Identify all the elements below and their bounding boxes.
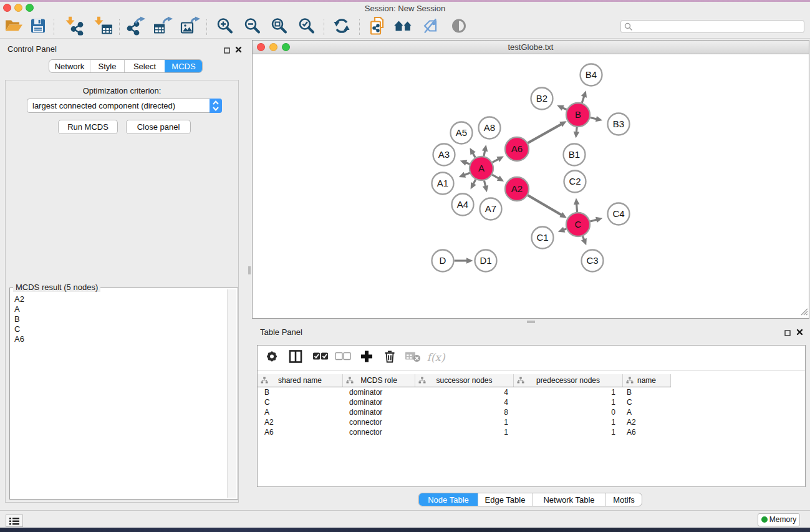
- node-label-A5: A5: [456, 127, 467, 138]
- cell: 1: [514, 417, 623, 427]
- table-rows[interactable]: Bdominator41BCdominator41CAdominator80AA…: [258, 387, 805, 437]
- result-item[interactable]: C: [14, 324, 226, 334]
- open-session-icon[interactable]: [4, 19, 23, 36]
- criterion-dropdown[interactable]: largest connected component (directed): [27, 99, 222, 113]
- node-label-C2: C2: [569, 176, 581, 186]
- optimization-criterion-label: Optimization criterion:: [6, 86, 238, 95]
- table-header-row[interactable]: shared nameMCDS rolesuccessor nodesprede…: [258, 374, 671, 387]
- zoom-fit-icon[interactable]: [271, 17, 288, 36]
- tab-style[interactable]: Style: [90, 60, 124, 72]
- run-mcds-button[interactable]: Run MCDS: [58, 120, 118, 134]
- network-graph[interactable]: B4B2BB3A8A5A6A3B1AC2A1A2A4A7C4CC1C3DD1: [253, 54, 809, 318]
- table-row-A6[interactable]: A6connector11A6: [258, 427, 805, 437]
- table-row-C[interactable]: Cdominator41C: [258, 397, 805, 407]
- network-window-title: testGlobe.txt: [253, 41, 809, 54]
- task-history-button[interactable]: [6, 515, 23, 527]
- show-columns-icon[interactable]: [289, 350, 302, 365]
- edge-arrow: [558, 227, 566, 233]
- cell: C: [258, 397, 343, 407]
- node-label-C: C: [575, 219, 582, 230]
- import-network-icon[interactable]: [65, 17, 84, 37]
- edge-arrow: [595, 217, 602, 223]
- deselect-all-columns-icon[interactable]: [335, 352, 351, 363]
- toggle-view-icon[interactable]: [451, 18, 467, 36]
- table-float-panel-icon[interactable]: [784, 329, 791, 338]
- table-row-A2[interactable]: A2connector11A2: [258, 417, 805, 427]
- memory-status-icon: [761, 516, 768, 523]
- network-close-button[interactable]: [257, 43, 265, 51]
- edge-A6-B[interactable]: [528, 123, 562, 143]
- result-item[interactable]: B: [14, 314, 226, 324]
- node-label-C4: C4: [612, 208, 624, 219]
- select-all-columns-icon[interactable]: [312, 352, 329, 363]
- cell: A6: [258, 427, 343, 437]
- result-item[interactable]: A6: [14, 334, 226, 344]
- delete-table-icon[interactable]: [405, 351, 421, 365]
- toolbar-separator: [54, 19, 54, 35]
- cell: connector: [343, 417, 415, 427]
- column-header-name[interactable]: name: [623, 374, 671, 387]
- network-minimize-button[interactable]: [269, 43, 277, 51]
- criterion-value: largest connected component (directed): [32, 101, 175, 110]
- tab-network-table[interactable]: Network Table: [532, 493, 605, 506]
- tab-motifs[interactable]: Motifs: [605, 493, 642, 506]
- node-label-B1: B1: [569, 149, 580, 160]
- tab-edge-table[interactable]: Edge Table: [478, 493, 532, 506]
- column-header-shared-name[interactable]: shared name: [258, 374, 343, 387]
- export-network-icon[interactable]: [125, 17, 145, 37]
- vertical-divider-handle[interactable]: [248, 266, 251, 274]
- edge-arrow: [581, 90, 587, 97]
- hide-labels-icon[interactable]: [422, 18, 438, 36]
- control-panel-tabs: NetworkStyleSelectMCDS: [49, 59, 203, 73]
- horizontal-divider-handle[interactable]: [527, 321, 535, 323]
- refresh-icon[interactable]: [334, 18, 350, 36]
- result-item[interactable]: A: [14, 304, 226, 314]
- close-panel-button[interactable]: Close panel: [126, 120, 191, 134]
- tab-network[interactable]: Network: [49, 60, 90, 72]
- column-header-predecessor-nodes[interactable]: predecessor nodes: [514, 374, 623, 387]
- result-scrollbar[interactable]: [227, 289, 236, 498]
- node-label-A1: A1: [437, 178, 448, 188]
- table-row-A[interactable]: Adominator80A: [258, 407, 805, 417]
- cell: A2: [623, 417, 671, 427]
- tab-node-table[interactable]: Node Table: [419, 493, 478, 506]
- table-row-B[interactable]: Bdominator41B: [258, 387, 805, 397]
- node-table: f(x) shared nameMCDS rolesuccessor nodes…: [257, 345, 806, 487]
- zoom-out-icon[interactable]: [244, 17, 261, 36]
- cell: 8: [415, 407, 514, 417]
- table-settings-gear-icon[interactable]: [264, 349, 279, 366]
- tab-select[interactable]: Select: [124, 60, 165, 72]
- column-header-successor-nodes[interactable]: successor nodes: [415, 374, 514, 387]
- mcds-panel: Optimization criterion: largest connecte…: [5, 80, 239, 503]
- mcds-result-list[interactable]: A2ABCA6: [11, 289, 226, 498]
- node-label-D: D: [440, 255, 446, 266]
- column-header-MCDS-role[interactable]: MCDS role: [343, 374, 415, 387]
- add-column-icon[interactable]: [360, 351, 373, 365]
- home-layouts-icon[interactable]: [393, 19, 413, 36]
- table-close-panel-icon[interactable]: [796, 328, 803, 337]
- close-panel-icon[interactable]: [235, 46, 242, 55]
- import-table-icon[interactable]: [94, 17, 113, 37]
- edge-A2-C[interactable]: [528, 195, 562, 215]
- control-panel-title: Control Panel: [7, 44, 57, 54]
- function-builder-icon[interactable]: f(x): [427, 351, 445, 364]
- search-field[interactable]: [620, 20, 804, 33]
- export-table-icon[interactable]: [153, 17, 173, 37]
- zoom-selected-icon[interactable]: [299, 17, 316, 36]
- result-item[interactable]: A2: [14, 294, 226, 304]
- export-image-icon[interactable]: [180, 17, 200, 37]
- network-window-titlebar[interactable]: testGlobe.txt: [253, 41, 809, 54]
- delete-column-trash-icon[interactable]: [383, 350, 396, 365]
- tab-mcds[interactable]: MCDS: [165, 60, 202, 72]
- resize-grip-icon[interactable]: [800, 307, 808, 317]
- save-session-icon[interactable]: [31, 19, 46, 36]
- network-snapshot-icon[interactable]: [369, 17, 386, 37]
- float-panel-icon[interactable]: [224, 46, 230, 56]
- main-titlebar[interactable]: Session: New Session: [0, 2, 810, 15]
- edge-arrow: [574, 198, 580, 205]
- cell: 1: [514, 387, 623, 397]
- memory-button[interactable]: Memory: [758, 513, 800, 526]
- network-maximize-button[interactable]: [282, 43, 290, 51]
- edge-arrow: [482, 145, 488, 152]
- zoom-in-icon[interactable]: [217, 17, 234, 36]
